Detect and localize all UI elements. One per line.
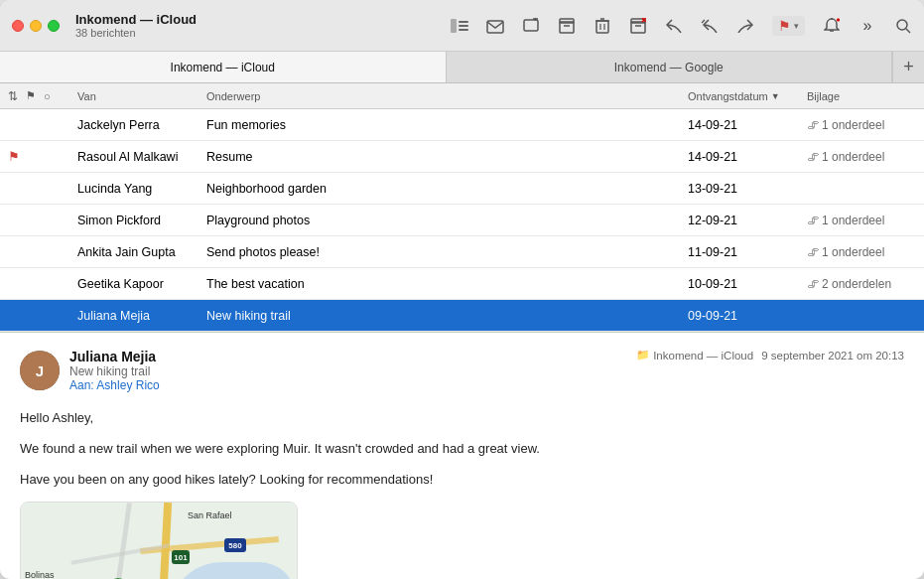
svg-rect-0: [451, 19, 457, 33]
flag-dropdown-arrow: ▾: [794, 21, 799, 31]
column-headers: ⇅ ⚑ ○ Van Onderwerp Ontvangstdatum ▼ Bij…: [0, 83, 924, 109]
email-row[interactable]: Jackelyn Perra Fun memories 14-09-21 🖇1 …: [0, 109, 924, 141]
row-icons: ⚑: [8, 149, 77, 164]
avatar: J: [20, 351, 60, 390]
row-date: 12-09-21: [688, 214, 807, 227]
tabbar: Inkomend — iCloud Inkomend — Google +: [0, 52, 924, 83]
mail-window: Inkomend — iCloud 38 berichten: [0, 0, 924, 579]
archive-icon[interactable]: [558, 17, 576, 35]
preview-header: J Juliana Mejia New hiking trail Aan: As…: [20, 349, 904, 392]
email-preview[interactable]: J Juliana Mejia New hiking trail Aan: As…: [0, 333, 924, 579]
svg-rect-2: [459, 25, 468, 27]
row-date: 11-09-21: [688, 245, 807, 259]
map-label-bolinas: Bolinas: [25, 570, 55, 579]
attachment-icon: 🖇: [807, 150, 819, 164]
titlebar: Inkomend — iCloud 38 berichten: [0, 0, 924, 52]
more-icon[interactable]: »: [858, 17, 876, 35]
svg-rect-9: [560, 19, 574, 23]
email-list: ⇅ ⚑ ○ Van Onderwerp Ontvangstdatum ▼ Bij…: [0, 83, 924, 332]
svg-rect-11: [596, 21, 608, 33]
row-attachment: 🖇2 onderdelen: [807, 277, 916, 291]
svg-point-25: [897, 20, 907, 30]
attachment-icon: 🖇: [807, 277, 819, 291]
map-label-san-rafael: San Rafael: [188, 510, 232, 520]
email-row[interactable]: Ankita Jain Gupta Send photos please! 11…: [0, 236, 924, 268]
toolbar: ⚑ ▾ »: [451, 16, 912, 36]
col-icons: ⇅ ⚑ ○: [8, 89, 77, 103]
row-date: 14-09-21: [688, 118, 807, 132]
body-line-1: Hello Ashley,: [20, 408, 904, 429]
body-line-2: We found a new trail when we were explor…: [20, 439, 904, 460]
row-attachment: 🖇1 onderdeel: [807, 118, 916, 132]
sidebar-toggle-icon[interactable]: [451, 17, 468, 35]
attachment-count: 1 onderdeel: [822, 118, 884, 132]
row-sender: Geetika Kapoor: [77, 277, 206, 291]
tab-icloud[interactable]: Inkomend — iCloud: [0, 52, 447, 82]
email-row[interactable]: Simon Pickford Playground photos 12-09-2…: [0, 205, 924, 236]
notifications-icon[interactable]: [823, 17, 841, 35]
email-row[interactable]: Lucinda Yang Neighborhood garden 13-09-2…: [0, 173, 924, 205]
email-row[interactable]: Juliana Mejia New hiking trail 09-09-21: [0, 300, 924, 332]
window-subtitle: 38 berichten: [75, 27, 197, 39]
sender-subject: New hiking trail: [69, 364, 160, 378]
compose-icon[interactable]: [486, 17, 504, 35]
row-subject: Playground photos: [206, 214, 688, 227]
body-line-3: Have you been on any good hikes lately? …: [20, 470, 904, 491]
map-container: 101 580 San Rafael Bolinas Muir WoodsNat…: [20, 502, 298, 579]
sort-icon[interactable]: ⇅: [8, 89, 18, 103]
preview-date: 9 september 2021 om 20:13: [761, 350, 904, 362]
col-van-header[interactable]: Van: [77, 90, 206, 102]
row-date: 09-09-21: [688, 309, 807, 323]
row-sender: Ankita Jain Gupta: [77, 245, 206, 259]
flag-col-icon: ⚑: [26, 89, 36, 102]
minimize-button[interactable]: [30, 20, 42, 32]
map-background: 101 580 San Rafael Bolinas Muir WoodsNat…: [21, 503, 297, 579]
window-title: Inkomend — iCloud: [75, 12, 197, 27]
row-subject: Fun memories: [206, 118, 688, 132]
row-sender: Lucinda Yang: [77, 182, 206, 196]
row-sender: Juliana Mejia: [77, 309, 206, 323]
search-icon[interactable]: [894, 17, 912, 35]
col-bijlage-header[interactable]: Bijlage: [807, 90, 916, 102]
email-row[interactable]: Geetika Kapoor The best vacation 10-09-2…: [0, 268, 924, 300]
reply-all-icon[interactable]: [701, 17, 719, 35]
sort-down-arrow: ▼: [771, 91, 780, 101]
svg-rect-3: [459, 29, 468, 31]
preview-body: Hello Ashley, We found a new trail when …: [20, 408, 904, 490]
row-sender: Rasoul Al Malkawi: [77, 150, 206, 164]
row-subject: Send photos please!: [206, 245, 688, 259]
attachment-count: 2 onderdelen: [822, 277, 891, 291]
row-attachment: 🖇1 onderdeel: [807, 245, 916, 259]
col-onderwerp-header[interactable]: Onderwerp: [206, 90, 688, 102]
row-sender: Jackelyn Perra: [77, 118, 206, 132]
sender-name-block: Juliana Mejia New hiking trail Aan: Ashl…: [69, 349, 160, 392]
close-button[interactable]: [12, 20, 24, 32]
attachment-icon: 🖇: [807, 245, 819, 259]
preview-meta: 📁 Inkomend — iCloud 9 september 2021 om …: [636, 349, 904, 362]
attachment-count: 1 onderdeel: [822, 150, 884, 164]
new-message-icon[interactable]: [522, 17, 540, 35]
delete-icon[interactable]: [594, 17, 611, 35]
tab-add-button[interactable]: +: [892, 52, 924, 82]
fullscreen-button[interactable]: [48, 20, 60, 32]
flag-button[interactable]: ⚑ ▾: [772, 16, 805, 36]
row-subject: Resume: [206, 150, 688, 164]
tab-google[interactable]: Inkomend — Google: [447, 52, 893, 82]
attachment-icon: 🖇: [807, 118, 819, 132]
row-attachment: 🖇1 onderdeel: [807, 150, 916, 164]
traffic-lights: [12, 20, 60, 32]
email-rows-container: Jackelyn Perra Fun memories 14-09-21 🖇1 …: [0, 109, 924, 332]
col-datum-header[interactable]: Ontvangstdatum ▼: [688, 90, 807, 102]
row-date: 13-09-21: [688, 182, 807, 196]
svg-rect-5: [524, 20, 538, 31]
forward-icon[interactable]: [736, 17, 754, 35]
reply-icon[interactable]: [665, 17, 683, 35]
junk-icon[interactable]: [629, 17, 647, 35]
folder-name: Inkomend — iCloud: [653, 350, 753, 362]
svg-line-26: [906, 29, 910, 33]
row-attachment: 🖇1 onderdeel: [807, 214, 916, 227]
row-sender: Simon Pickford: [77, 214, 206, 227]
email-row[interactable]: ⚑ Rasoul Al Malkawi Resume 14-09-21 🖇1 o…: [0, 141, 924, 173]
row-subject: The best vacation: [206, 277, 688, 291]
sender-name: Juliana Mejia: [69, 349, 160, 364]
